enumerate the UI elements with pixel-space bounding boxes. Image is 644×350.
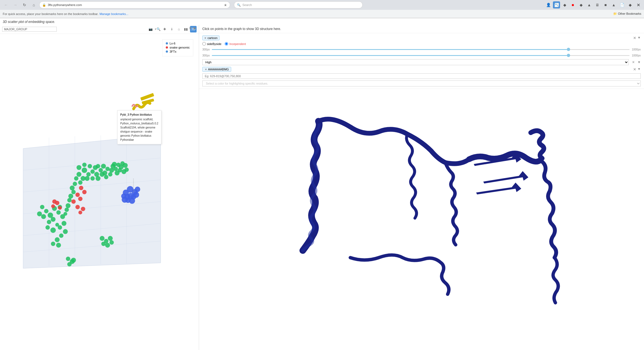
svg-point-79 [109,240,114,245]
toolbar-icon-5[interactable]: 🖥 [594,1,601,8]
plot-title-input[interactable] [2,27,57,32]
crosshair-icon[interactable]: ✚ [162,26,168,32]
page-title: 3D scatter plot of embedding space. [0,18,644,25]
svg-point-55 [112,162,117,167]
svg-marker-0 [23,135,161,268]
svg-point-103 [133,192,139,198]
back-button[interactable]: ← [2,1,10,9]
svg-point-93 [76,205,80,209]
home-reset-icon[interactable]: ⌂ [176,26,182,32]
close-right-icon[interactable]: ✕ [633,36,636,40]
sequence-tag-label: AAAAAAABMG [208,68,229,71]
svg-point-37 [96,176,101,181]
toolbar-icon-2[interactable]: ■ [569,1,576,8]
home-button[interactable]: ⌂ [30,1,38,9]
svg-point-59 [123,163,128,168]
svg-point-42 [99,168,103,172]
svg-point-17 [47,220,51,224]
bookmarks-bar: For quick access, place your bookmarks h… [0,10,644,18]
scatter-area[interactable]: Pybi_3 Python bivittatus unplaced genomi… [0,34,199,350]
svg-point-44 [96,164,100,168]
sidebyside-label: sideByside [207,42,221,46]
svg-point-76 [108,236,113,241]
toolbar-icon-8[interactable]: 📄 [618,1,625,8]
left-panel: ✕ ▶ 📷 +🔍 ✚ ⇓ ⌂ ▮▮ 3D [0,25,199,350]
slider2-min: 300px [202,54,210,57]
extensions-icon[interactable]: 📉 [553,1,560,8]
legend-label-lv6: Lv-6 [170,42,175,45]
svg-point-52 [113,167,118,171]
folder-icon: 📁 [613,12,617,15]
toolbar-icon-4[interactable]: ▲ [586,1,593,8]
bookmarks-text: For quick access, place your bookmarks h… [3,12,98,16]
svg-point-26 [64,212,67,216]
sequence-tag[interactable]: ✕ AAAAAAABMG [202,67,231,72]
expand-right-icon[interactable]: ▼ [637,36,641,40]
slider2-container[interactable] [212,53,630,58]
toolbar-icon-6[interactable]: ■ [602,1,609,8]
slider1-min: 300px [202,48,210,51]
search-bar[interactable]: 🔍 Search [234,1,363,8]
cartoon-tag[interactable]: ✕ cartoon [202,35,219,40]
close-left-panel-icon[interactable]: ✕ [189,26,192,30]
cartoon-tag-x[interactable]: ✕ [204,37,206,40]
slider1-container[interactable] [212,47,630,52]
slider2-track [212,55,630,56]
svg-point-77 [101,242,106,246]
svg-point-69 [63,229,68,234]
scatter-plot-svg [0,34,199,350]
toolbar-icon-1[interactable]: ◆ [561,1,568,8]
bar-chart-icon[interactable]: ▮▮ [183,26,189,32]
svg-point-23 [62,221,67,226]
svg-point-48 [104,175,108,179]
residue-input-row [202,73,641,79]
svg-point-38 [82,163,87,167]
svg-point-84 [79,186,83,190]
svg-point-34 [78,180,83,185]
svg-point-11 [56,210,61,215]
manage-bookmarks-link[interactable]: Manage bookmarks... [100,12,128,16]
tooltip-line6: Pythonidae [120,138,158,142]
svg-point-88 [82,190,87,194]
zoom-in-icon[interactable]: +🔍 [155,26,161,32]
toolbar-icon-7[interactable]: ▲ [610,1,617,8]
camera-icon[interactable]: 📷 [148,26,154,32]
residue-input[interactable] [202,73,641,79]
close-window-icon[interactable]: ✕ [635,1,642,8]
sequence-close-icon[interactable]: ✕ [633,67,636,71]
toolbar-icon-9[interactable]: ◆ [627,1,634,8]
svg-point-47 [102,170,107,175]
quality-select[interactable]: Low Medium High Very High [202,59,629,65]
slider2-max: 1000px [632,54,641,57]
reload-button[interactable]: ↻ [21,1,28,9]
svg-point-22 [58,225,62,230]
slider1-fill [212,49,567,50]
quality-expand-icon[interactable]: ▼ [637,60,641,64]
legend-item-lv6: Lv-6 [166,42,190,45]
slider1-max: 1000px [632,48,641,51]
quality-close-icon[interactable]: ✕ [632,60,635,64]
svg-point-61 [121,169,126,174]
download-icon[interactable]: ⇓ [169,26,175,32]
user-icon[interactable]: 👤 [545,1,552,8]
slider2-thumb[interactable] [567,54,570,57]
lock-icon: 🔒 [42,3,46,7]
other-bookmarks[interactable]: 📁 Other Bookmarks [613,12,641,16]
svg-point-91 [55,201,59,205]
bookmark-star[interactable]: ★ [224,3,227,7]
svg-point-29 [86,172,91,177]
slider1-thumb[interactable] [567,48,570,51]
color-select[interactable]: Select a color for highlighting specific… [202,80,641,86]
sequence-expand-icon[interactable]: ▼ [637,67,641,71]
sequence-tag-x[interactable]: ✕ [205,68,207,71]
slider-1-row: 300px 1000px [202,47,641,52]
sidebyside-radio[interactable]: sideByside [202,42,221,46]
forward-button[interactable]: → [11,1,19,9]
address-bar[interactable]: 🔒 3ftx.pythonanywhere.com ★ [39,1,230,8]
independent-radio[interactable]: Incependent [225,42,246,46]
svg-point-87 [78,197,83,201]
expand-icon[interactable]: ▶ [194,26,196,30]
toolbar-icon-3[interactable]: ◆ [577,1,585,8]
page-content: 3D scatter plot of embedding space. ✕ ▶ … [0,18,644,350]
svg-point-13 [44,209,49,213]
